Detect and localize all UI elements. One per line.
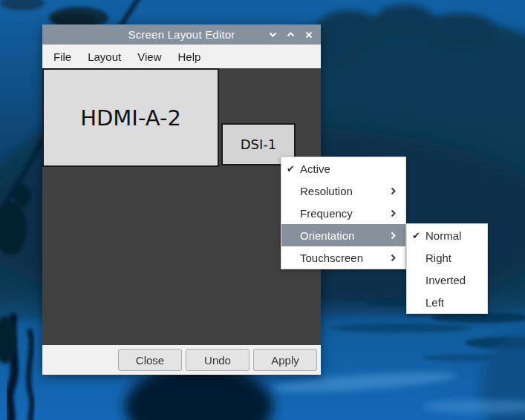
menu-layout[interactable]: Layout xyxy=(79,45,129,68)
close-icon[interactable] xyxy=(303,29,314,40)
submenu-item-normal[interactable]: ✔ Normal xyxy=(407,224,487,246)
undo-button[interactable]: Undo xyxy=(186,349,250,371)
menu-help[interactable]: Help xyxy=(169,45,209,68)
window-controls xyxy=(267,24,314,45)
submenu-arrow-icon xyxy=(391,232,396,240)
close-button[interactable]: Close xyxy=(118,349,182,371)
display-context-menu: ✔ Active Resolution Frequency Orientatio… xyxy=(281,157,406,269)
menu-item-touchscreen[interactable]: Touchscreen xyxy=(281,246,405,269)
display-label: DSI-1 xyxy=(241,137,277,152)
submenu-item-left[interactable]: Left xyxy=(407,291,487,313)
display-label: HDMI-A-2 xyxy=(80,105,181,131)
window-title: Screen Layout Editor xyxy=(128,28,235,41)
apply-button[interactable]: Apply xyxy=(253,349,317,371)
menu-view[interactable]: View xyxy=(129,45,169,68)
submenu-arrow-icon xyxy=(391,209,396,217)
menu-item-active[interactable]: ✔ Active xyxy=(281,157,405,180)
submenu-item-right[interactable]: Right xyxy=(407,246,487,269)
menu-item-resolution[interactable]: Resolution xyxy=(281,180,405,202)
submenu-item-inverted[interactable]: Inverted xyxy=(407,269,487,291)
submenu-arrow-icon xyxy=(391,187,396,195)
check-icon: ✔ xyxy=(412,230,425,241)
button-bar: Close Undo Apply xyxy=(42,345,321,375)
screen-layout-editor-window: Screen Layout Editor File Layout View He… xyxy=(42,24,321,375)
menubar: File Layout View Help xyxy=(42,45,321,68)
submenu-arrow-icon xyxy=(391,254,396,262)
titlebar[interactable]: Screen Layout Editor xyxy=(42,24,321,45)
maximize-icon[interactable] xyxy=(285,29,296,40)
display-hdmi-a-2[interactable]: HDMI-A-2 xyxy=(42,68,219,167)
menu-file[interactable]: File xyxy=(45,45,79,68)
layout-canvas[interactable]: HDMI-A-2 DSI-1 xyxy=(42,68,321,345)
orientation-submenu: ✔ Normal Right Inverted Left xyxy=(406,223,488,314)
menu-item-orientation[interactable]: Orientation xyxy=(281,224,405,246)
menu-item-frequency[interactable]: Frequency xyxy=(281,202,405,224)
minimize-icon[interactable] xyxy=(267,29,278,40)
desktop: Screen Layout Editor File Layout View He… xyxy=(0,0,525,420)
check-icon: ✔ xyxy=(287,163,300,174)
